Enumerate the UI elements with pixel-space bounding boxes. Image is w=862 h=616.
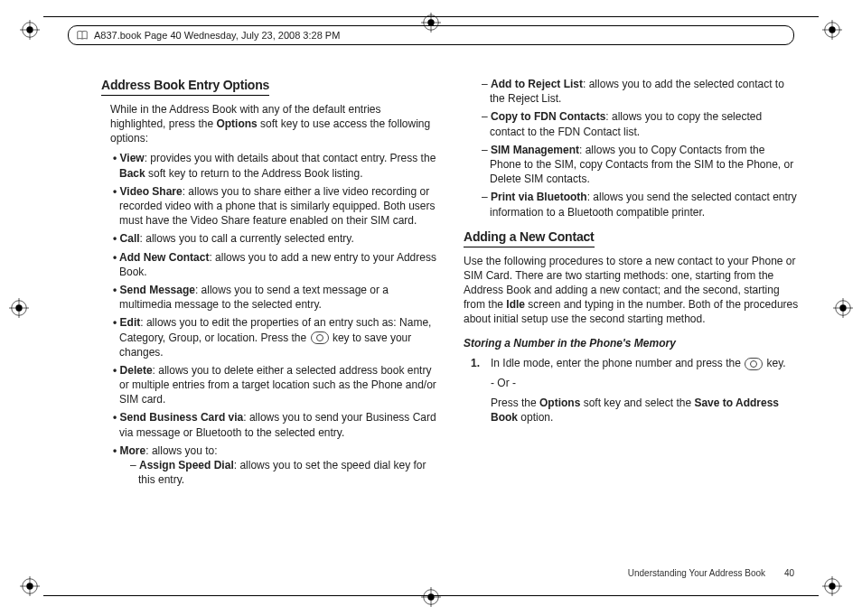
document-header: A837.book Page 40 Wednesday, July 23, 20…: [68, 25, 794, 45]
step-1: In Idle mode, enter the phone number and…: [491, 356, 799, 425]
section-heading-adding-contact: Adding a New Contact: [464, 229, 799, 247]
book-icon: [76, 29, 89, 42]
option-print-via-bluetooth: Print via Bluetooth: allows you send the…: [482, 190, 799, 219]
adding-contact-intro: Use the following procedures to store a …: [464, 254, 799, 327]
crop-mark-icon: [20, 20, 40, 40]
or-separator: - Or -: [491, 376, 799, 390]
crop-mark-icon: [822, 20, 842, 40]
intro-paragraph: While in the Address Book with any of th…: [101, 102, 436, 146]
option-delete: Delete: allows you to delete either a se…: [110, 363, 436, 407]
option-add-to-reject-list: Add to Reject List: allows you to add th…: [482, 77, 799, 106]
option-copy-to-fdn: Copy to FDN Contacts: allows you to copy…: [482, 109, 799, 138]
option-more: More: allows you to: Assign Speed Dial: …: [110, 443, 436, 488]
option-send-message: Send Message: allows you to send a text …: [110, 283, 436, 312]
option-edit: Edit: allows you to edit the properties …: [110, 315, 436, 359]
step-1-alt: Press the Options soft key and select th…: [491, 396, 799, 425]
crop-mark-icon: [9, 298, 29, 318]
option-sim-management: SIM Management: allows you to Copy Conta…: [482, 143, 799, 187]
option-assign-speed-dial: Assign Speed Dial: allows you to set the…: [130, 458, 436, 487]
option-add-new-contact: Add New Contact: allows you to add a new…: [110, 250, 436, 279]
option-video-share: Video Share: allows you to share either …: [110, 184, 436, 229]
section-heading-entry-options: Address Book Entry Options: [101, 77, 436, 96]
option-call: Call: allows you to call a currently sel…: [110, 231, 436, 246]
footer-section-name: Understanding Your Address Book: [628, 568, 765, 578]
crop-mark-icon: [20, 576, 40, 596]
crop-mark-icon: [822, 576, 842, 596]
column-right: Add to Reject List: allows you to add th…: [464, 77, 799, 562]
ok-key-icon: [745, 358, 763, 370]
header-text: A837.book Page 40 Wednesday, July 23, 20…: [94, 30, 340, 41]
page-number: 40: [784, 568, 794, 578]
option-view: View: provides you with details about th…: [110, 151, 436, 180]
page-footer: Understanding Your Address Book 40: [628, 568, 794, 578]
option-send-business-card: Send Business Card via: allows you to se…: [110, 410, 436, 439]
crop-mark-icon: [833, 298, 853, 318]
subheading-storing-number: Storing a Number in the Phone's Memory: [464, 336, 799, 350]
ok-key-icon: [311, 331, 329, 344]
column-left: Address Book Entry Options While in the …: [101, 77, 436, 562]
